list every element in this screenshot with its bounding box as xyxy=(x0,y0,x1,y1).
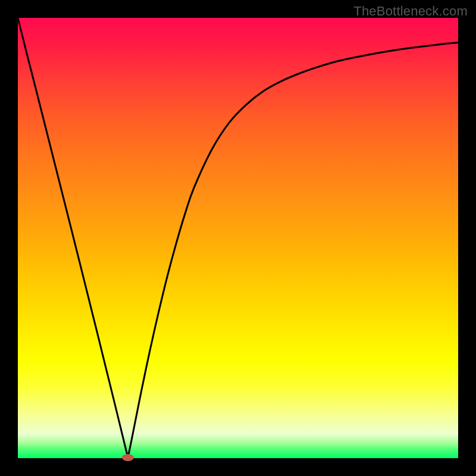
watermark-text: TheBottleneck.com xyxy=(353,4,468,19)
optimal-point-marker xyxy=(122,454,134,461)
curve-path xyxy=(18,18,458,458)
bottleneck-curve xyxy=(18,18,458,458)
